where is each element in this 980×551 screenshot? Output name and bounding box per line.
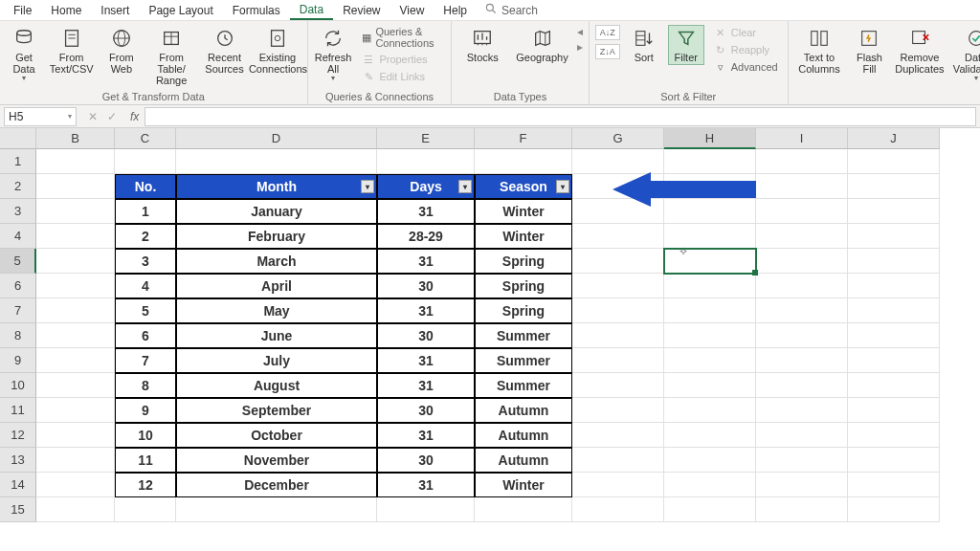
cell-E6[interactable]: 30 [377, 274, 475, 298]
cell-I12[interactable] [756, 423, 848, 448]
cell-B11[interactable] [36, 398, 115, 423]
cell-D1[interactable] [176, 149, 377, 174]
cell-H4[interactable] [664, 224, 756, 249]
remove-duplicates-button[interactable]: Remove Duplicates [895, 25, 946, 77]
cell-C5[interactable]: 3 [115, 249, 176, 274]
cell-C15[interactable] [115, 497, 176, 522]
cell-J7[interactable] [848, 298, 940, 323]
column-header-E[interactable]: E [377, 128, 475, 149]
menu-data[interactable]: Data [290, 1, 333, 20]
cell-I7[interactable] [756, 298, 848, 323]
cell-J12[interactable] [848, 423, 940, 448]
cell-B4[interactable] [36, 224, 115, 249]
cell-B1[interactable] [36, 149, 115, 174]
cell-C1[interactable] [115, 149, 176, 174]
cell-B14[interactable] [36, 473, 115, 497]
cell-D10[interactable]: August [176, 373, 377, 398]
cell-E13[interactable]: 30 [377, 448, 475, 473]
row-header-1[interactable]: 1 [0, 149, 36, 174]
filter-dropdown-season[interactable]: ▾ [556, 180, 569, 193]
cell-E14[interactable]: 31 [377, 473, 475, 497]
advanced-filter-button[interactable]: ▿ Advanced [710, 59, 782, 75]
cell-J10[interactable] [848, 373, 940, 398]
row-header-15[interactable]: 15 [0, 497, 36, 522]
data-validation-button[interactable]: Data Validation ▾ [950, 25, 980, 85]
cell-C11[interactable]: 9 [115, 398, 176, 423]
cell-C7[interactable]: 5 [115, 298, 176, 323]
cell-H7[interactable] [664, 298, 756, 323]
cell-J1[interactable] [848, 149, 940, 174]
existing-connections-button[interactable]: Existing Connections [254, 25, 301, 77]
cell-I10[interactable] [756, 373, 848, 398]
cell-B8[interactable] [36, 323, 115, 348]
row-header-8[interactable]: 8 [0, 323, 36, 348]
cell-J5[interactable] [848, 249, 940, 274]
cell-H8[interactable] [664, 323, 756, 348]
cell-B5[interactable] [36, 249, 115, 274]
cell-C9[interactable]: 7 [115, 348, 176, 373]
cell-C2[interactable]: No. [115, 174, 176, 199]
cell-F15[interactable] [475, 497, 572, 522]
cell-E11[interactable]: 30 [377, 398, 475, 423]
name-box[interactable]: H5 ▾ [4, 107, 77, 126]
cell-G6[interactable] [572, 274, 664, 298]
fx-icon[interactable]: fx [124, 110, 145, 123]
cell-F13[interactable]: Autumn [475, 448, 572, 473]
cell-I13[interactable] [756, 448, 848, 473]
cell-G12[interactable] [572, 423, 664, 448]
cell-G9[interactable] [572, 348, 664, 373]
row-header-14[interactable]: 14 [0, 473, 36, 497]
cell-B6[interactable] [36, 274, 115, 298]
column-header-B[interactable]: B [36, 128, 115, 149]
cell-B9[interactable] [36, 348, 115, 373]
cell-J11[interactable] [848, 398, 940, 423]
refresh-all-button[interactable]: Refresh All ▾ [314, 25, 353, 85]
menu-home[interactable]: Home [41, 2, 91, 19]
cell-H10[interactable] [664, 373, 756, 398]
menu-review[interactable]: Review [333, 2, 390, 19]
cell-J14[interactable] [848, 473, 940, 497]
column-header-F[interactable]: F [475, 128, 572, 149]
row-header-4[interactable]: 4 [0, 224, 36, 249]
cell-D14[interactable]: December [176, 473, 377, 497]
row-header-9[interactable]: 9 [0, 348, 36, 373]
cell-F7[interactable]: Spring [475, 298, 572, 323]
cell-I2[interactable] [756, 174, 848, 199]
column-header-H[interactable]: H [664, 128, 756, 149]
cell-D7[interactable]: May [176, 298, 377, 323]
cell-D8[interactable]: June [176, 323, 377, 348]
cell-G4[interactable] [572, 224, 664, 249]
cell-J4[interactable] [848, 224, 940, 249]
cell-D3[interactable]: January [176, 199, 377, 224]
column-header-C[interactable]: C [115, 128, 176, 149]
scroll-left-icon[interactable]: ◂ [577, 25, 583, 38]
menu-formulas[interactable]: Formulas [223, 2, 290, 19]
cell-J3[interactable] [848, 199, 940, 224]
cell-B3[interactable] [36, 199, 115, 224]
cell-E4[interactable]: 28-29 [377, 224, 475, 249]
cell-F5[interactable]: Spring [475, 249, 572, 274]
formula-input[interactable] [145, 107, 976, 126]
filter-dropdown-month[interactable]: ▾ [361, 180, 374, 193]
fill-handle[interactable] [752, 270, 758, 276]
cell-J15[interactable] [848, 497, 940, 522]
cell-H15[interactable] [664, 497, 756, 522]
cell-I5[interactable] [756, 249, 848, 274]
cell-J8[interactable] [848, 323, 940, 348]
cell-B13[interactable] [36, 448, 115, 473]
cell-C13[interactable]: 11 [115, 448, 176, 473]
cell-B2[interactable] [36, 174, 115, 199]
cell-F6[interactable]: Spring [475, 274, 572, 298]
cell-C12[interactable]: 10 [115, 423, 176, 448]
cell-F4[interactable]: Winter [475, 224, 572, 249]
sort-button[interactable]: Sort [626, 25, 662, 65]
cell-D11[interactable]: September [176, 398, 377, 423]
cell-F9[interactable]: Summer [475, 348, 572, 373]
cell-I15[interactable] [756, 497, 848, 522]
cell-G15[interactable] [572, 497, 664, 522]
cell-I11[interactable] [756, 398, 848, 423]
name-box-dropdown-icon[interactable]: ▾ [68, 112, 72, 121]
cell-G11[interactable] [572, 398, 664, 423]
text-to-columns-button[interactable]: Text to Columns [794, 25, 845, 77]
cell-F14[interactable]: Winter [475, 473, 572, 497]
